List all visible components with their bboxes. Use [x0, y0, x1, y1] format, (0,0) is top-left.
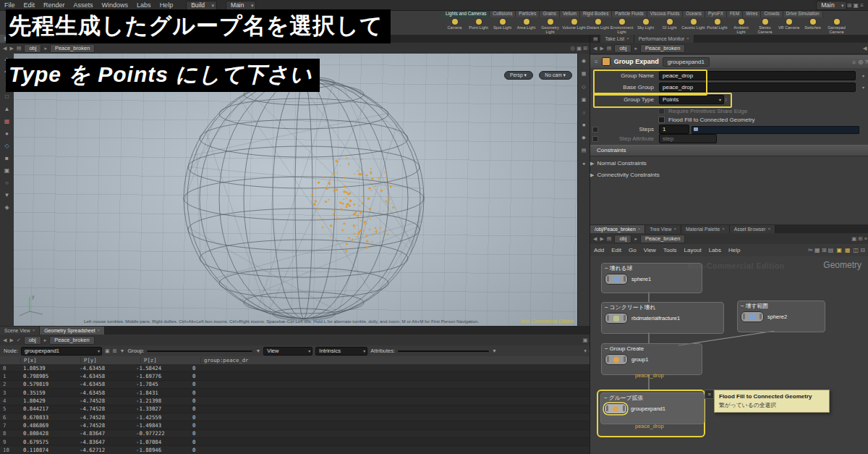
viewport-left-toolbar[interactable]: ◆ ✚ ◐ □ ▲ ▦ ● ◇ ■ ▣ ○ ▼ ◈ [0, 54, 14, 329]
forward-icon[interactable]: ▶ [600, 46, 603, 51]
group-filter-input[interactable] [147, 350, 252, 352]
flood-fill-checkbox[interactable] [658, 117, 665, 123]
shelf-tool[interactable]: Gamepad Camera [825, 18, 848, 35]
back-icon[interactable]: ◀ [593, 46, 597, 51]
path-root[interactable]: obj [614, 235, 631, 243]
network-box-sphere2[interactable]: − 壊す範囲 sphere2 [737, 300, 825, 332]
path-node[interactable]: Peace_broken [640, 235, 685, 243]
pane-tab[interactable]: Tree View× [645, 225, 681, 233]
table-row[interactable]: 1 0.798905 -4.63458 -1.69776 0 [0, 372, 590, 380]
shelf-tool[interactable]: Switches [801, 18, 825, 35]
menubar-icons[interactable]: ⊞ ▣ ≡ [847, 2, 868, 9]
close-tab-icon[interactable]: × [33, 327, 35, 334]
forward-icon[interactable]: ▶ [9, 337, 13, 343]
group-type-dropdown[interactable]: Points [659, 95, 724, 104]
shelf-tab[interactable]: FEM [727, 10, 743, 17]
network-box-fracture[interactable]: − コンクリート壊れ rbdmaterialfracture1 [601, 302, 724, 334]
shelf-tab[interactable]: Oceans [683, 10, 705, 17]
swap-icon[interactable]: ↕ [725, 97, 728, 102]
close-tab-icon[interactable]: × [686, 35, 689, 42]
network-box-groupexpand[interactable]: − グループ拡張 groupexpand1 [600, 392, 705, 424]
column-header[interactable]: P[x] [20, 357, 80, 363]
table-row[interactable]: 10 0.110874 -4.62712 -1.88946 0 [0, 446, 590, 454]
node-list-icon[interactable]: ▤ [607, 236, 612, 242]
pane-tab[interactable]: Geometry Spreadsheet× [40, 327, 105, 335]
node-name-field[interactable]: groupexpand1 [663, 57, 710, 67]
table-row[interactable]: 4 1.80429 -4.74528 -1.21398 0 [0, 397, 590, 405]
funnel-icon[interactable]: ▼ [255, 348, 260, 353]
column-header[interactable]: P[z] [140, 357, 200, 363]
snap-point-icon[interactable]: ● [5, 130, 9, 137]
network-box-sphere1[interactable]: − 壊れる球 sphere1 [601, 263, 702, 293]
group-name-field[interactable]: peace_drop [659, 71, 856, 80]
close-tab-icon[interactable]: × [626, 35, 629, 42]
tool-icon[interactable]: ○ [5, 180, 9, 186]
pane-tab[interactable]: Material Palette× [681, 225, 730, 233]
collapse-icon[interactable]: − [605, 265, 608, 272]
shelf-tool[interactable]: Environment Light [610, 18, 634, 35]
menu-item[interactable]: Edit [20, 1, 40, 9]
menu-item[interactable]: Labs [132, 1, 156, 9]
view-selector[interactable]: View [263, 347, 312, 356]
shelf-tab[interactable]: PyroFX [705, 10, 727, 17]
menu-item[interactable]: Go [625, 247, 640, 253]
network-box-groupcreate[interactable]: − Group Create group1 [601, 343, 702, 375]
menu-arrow-icon[interactable]: ▾ [862, 85, 864, 90]
shelf-tool[interactable]: Volume Light [562, 18, 586, 35]
menu-item[interactable]: Add [590, 247, 608, 253]
sphere1-node[interactable] [605, 274, 628, 285]
persp-view-button[interactable]: Persp ▾ [504, 71, 533, 80]
collapse-icon[interactable]: − [605, 304, 608, 311]
shelf-tool[interactable]: Ambient Light [729, 18, 753, 35]
sphere2-node[interactable] [741, 311, 764, 322]
slider-handle[interactable] [694, 127, 698, 131]
pathbar-icons[interactable]: ▣ ⊞ ≡ ▾ [851, 235, 868, 242]
table-row[interactable]: 3 0.35159 -4.63458 -1.8431 0 [0, 389, 590, 397]
table-row[interactable]: 8 0.808428 -4.83647 -0.977222 0 [0, 430, 590, 438]
groupexpand1-node[interactable] [604, 403, 627, 414]
shelf-tab[interactable]: Grains [540, 10, 560, 17]
table-row[interactable]: 2 0.579819 -4.63458 -1.7845 0 [0, 381, 590, 389]
shelf-tab[interactable]: Vellum [560, 10, 580, 17]
column-header[interactable]: P[y] [80, 357, 140, 363]
close-tab-icon[interactable]: × [673, 226, 676, 232]
tool-icon[interactable]: ▣ [4, 167, 10, 174]
shelf-tab[interactable]: Particle Fluids [612, 10, 647, 17]
group1-node[interactable] [605, 354, 628, 365]
shelf-tool[interactable]: Point Light [467, 18, 490, 35]
pane-icon[interactable]: ▤ [590, 35, 600, 43]
shelf-tab[interactable]: Crowds [761, 10, 783, 17]
tool-icon[interactable]: ◈ [4, 204, 9, 211]
scene-viewport[interactable]: ◆ ✚ ◐ □ ▲ ▦ ● ◇ ■ ▣ ○ ▼ ◈ [0, 54, 590, 326]
step-attr-field[interactable]: step [659, 134, 717, 143]
viewport-canvas[interactable]: y Persp ▾ No cam ▾ Left mouse tumbles. M… [14, 54, 578, 326]
menu-item[interactable]: Edit [608, 247, 625, 253]
shelf-tool[interactable]: Sky Light [634, 18, 658, 35]
back-icon[interactable]: ◀ [3, 337, 7, 343]
menu-item[interactable]: File [0, 1, 20, 9]
rbdmaterialfracture1-node[interactable] [605, 313, 628, 324]
pane-tab[interactable]: Scene View× [0, 327, 40, 335]
drag-handle-icon[interactable]: ≡ [595, 59, 598, 65]
menu-item[interactable]: Assets [69, 1, 98, 9]
forward-icon[interactable]: ▶ [600, 236, 603, 242]
main-context-left[interactable]: Main [226, 1, 256, 10]
grid-icon[interactable]: ⊞ [113, 348, 117, 354]
close-tab-icon[interactable]: × [722, 226, 725, 232]
shelf-tool[interactable]: Geometry Light [538, 18, 562, 35]
shelf-tool[interactable]: VR Camera [777, 18, 801, 35]
menu-item[interactable]: Layout [681, 247, 705, 253]
close-tab-icon[interactable]: × [768, 226, 771, 232]
pin-icon[interactable]: ▣ [105, 348, 110, 354]
shelf-tab[interactable]: Particles [516, 10, 540, 17]
shelf-tool[interactable]: Stereo Camera [753, 18, 777, 35]
node-list-icon[interactable]: ▤ [607, 46, 612, 51]
table-row[interactable]: 7 0.486869 -4.74528 -1.49843 0 [0, 421, 590, 429]
pane-tab[interactable]: Take List× [600, 35, 634, 43]
table-row[interactable]: 9 0.679575 -4.83647 -1.07084 0 [0, 438, 590, 446]
table-row[interactable]: 5 0.844217 -4.74528 -1.33027 0 [0, 405, 590, 413]
shelf-tool[interactable]: Camera [443, 18, 467, 35]
shelf-tool[interactable]: Area Light [514, 18, 538, 35]
table-row[interactable]: 6 0.670833 -4.74528 -1.42559 0 [0, 413, 590, 421]
path-node[interactable]: Peace_broken [50, 44, 95, 53]
